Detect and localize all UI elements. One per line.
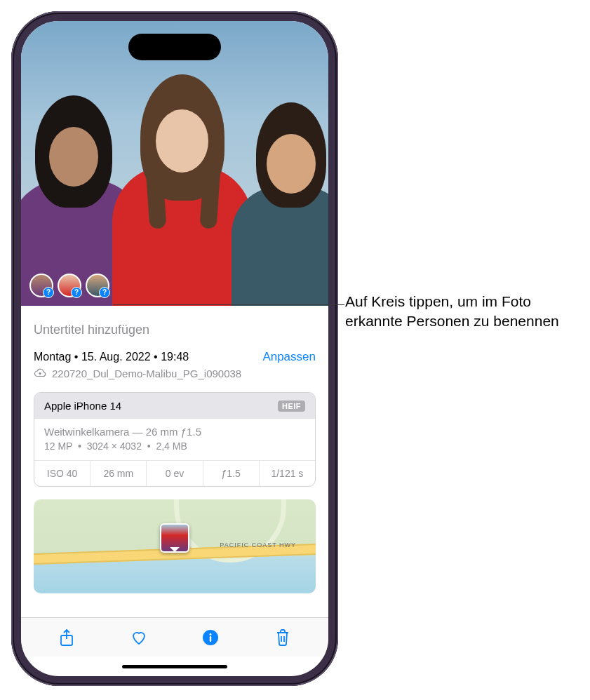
exif-aperture: ƒ1.5 [203, 461, 260, 486]
unknown-person-badge: ? [99, 287, 110, 298]
format-badge: HEIF [278, 401, 305, 412]
share-button[interactable] [57, 628, 76, 647]
unknown-person-badge: ? [71, 287, 82, 298]
map-pin[interactable] [160, 523, 189, 553]
datetime-text: Montag • 15. Aug. 2022 • 19:48 [34, 351, 189, 363]
iphone-frame: ? ? ? Untertitel hinzufügen Montag • 15.… [11, 11, 338, 686]
exif-shutter: 1/121 s [260, 461, 315, 486]
home-indicator[interactable] [21, 657, 328, 676]
location-map[interactable]: PACIFIC COAST HWY [34, 499, 316, 593]
exif-card[interactable]: Apple iPhone 14 HEIF Weitwinkelkamera — … [34, 392, 316, 487]
resolution-info: 12 MP • 3024 × 4032 • 2,4 MB [44, 440, 305, 452]
device-name: Apple iPhone 14 [44, 400, 121, 412]
info-panel: Montag • 15. Aug. 2022 • 19:48 Anpassen … [21, 350, 328, 617]
delete-button[interactable] [273, 628, 293, 647]
filename-text: 220720_Dul_Demo-Malibu_PG_i090038 [52, 368, 241, 379]
face-avatar[interactable]: ? [58, 274, 81, 297]
bottom-toolbar [21, 617, 328, 657]
dynamic-island [128, 34, 221, 60]
lens-info: Weitwinkelkamera — 26 mm ƒ1.5 [44, 426, 305, 438]
face-avatar[interactable]: ? [29, 274, 53, 297]
favorite-button[interactable] [129, 628, 149, 647]
svg-point-2 [210, 633, 212, 635]
share-icon [58, 628, 75, 647]
unknown-person-badge: ? [43, 287, 54, 298]
info-button[interactable] [201, 628, 220, 647]
callout-text: Auf Kreis tippen, um im Foto erkannte Pe… [345, 292, 570, 332]
callout-leader-line [113, 304, 344, 305]
filename-row: 220720_Dul_Demo-Malibu_PG_i090038 [34, 367, 316, 379]
trash-icon [275, 628, 290, 647]
face-avatar[interactable]: ? [86, 274, 109, 297]
datetime-row: Montag • 15. Aug. 2022 • 19:48 Anpassen [34, 350, 316, 364]
exif-header: Apple iPhone 14 HEIF [34, 393, 315, 419]
detected-faces-row: ? ? ? [29, 274, 109, 297]
photo-preview[interactable]: ? ? ? [21, 21, 328, 306]
exif-ev: 0 ev [147, 461, 203, 486]
caption-input[interactable]: Untertitel hinzufügen [21, 306, 328, 350]
map-road-label: PACIFIC COAST HWY [220, 541, 296, 548]
heart-icon [130, 629, 148, 646]
exif-focal: 26 mm [90, 461, 147, 486]
screen: ? ? ? Untertitel hinzufügen Montag • 15.… [21, 21, 328, 676]
person-figure [232, 102, 328, 306]
svg-rect-3 [210, 636, 211, 642]
exif-stats-row: ISO 40 26 mm 0 ev ƒ1.5 1/121 s [34, 460, 315, 486]
cloud-icon [34, 367, 46, 379]
exif-iso: ISO 40 [34, 461, 90, 486]
info-icon [202, 629, 219, 646]
exif-body: Weitwinkelkamera — 26 mm ƒ1.5 12 MP • 30… [34, 419, 315, 460]
adjust-link[interactable]: Anpassen [262, 350, 316, 364]
